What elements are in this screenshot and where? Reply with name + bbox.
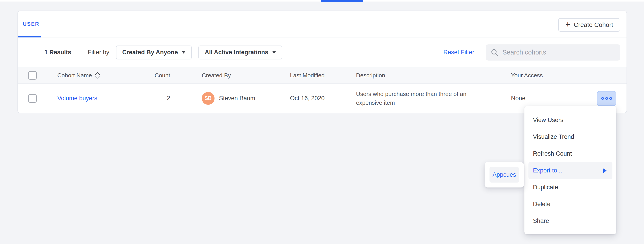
submenu-item-appcues[interactable]: Appcues	[490, 167, 519, 182]
created-by-dropdown[interactable]: Created By Anyone	[116, 46, 192, 59]
search-input[interactable]	[502, 49, 615, 56]
column-cohort-name-sortable[interactable]: Cohort Name	[57, 72, 100, 79]
toolbar-right: Reset Filter	[443, 38, 620, 67]
search-icon	[491, 49, 498, 56]
plus-icon: +	[566, 21, 570, 29]
chevron-down-icon	[182, 51, 186, 54]
menu-item-duplicate[interactable]: Duplicate	[524, 179, 616, 196]
column-created-by: Created By	[170, 72, 290, 79]
create-cohort-button[interactable]: + Create Cohort	[558, 18, 620, 32]
export-submenu: Appcues	[484, 162, 524, 187]
avatar: SB	[202, 92, 214, 105]
ellipsis-icon	[601, 97, 604, 100]
column-your-access: Your Access	[511, 72, 584, 79]
select-all-checkbox[interactable]	[28, 71, 37, 80]
ellipsis-icon	[605, 97, 608, 100]
results-count: 1 Results	[44, 49, 71, 56]
filter-toolbar: 1 Results Filter by Created By Anyone Al…	[18, 38, 626, 67]
menu-item-refresh-count[interactable]: Refresh Count	[524, 145, 616, 162]
menu-item-view-users[interactable]: View Users	[524, 112, 616, 128]
column-count: Count	[152, 72, 170, 79]
submenu-arrow-icon	[603, 168, 606, 173]
cohorts-card: USER + Create Cohort 1 Results Filter by…	[18, 11, 627, 113]
menu-item-export-to[interactable]: Export to...	[528, 162, 612, 179]
menu-item-share[interactable]: Share	[524, 213, 616, 229]
tab-active-underline	[18, 36, 41, 38]
ellipsis-icon	[609, 97, 612, 100]
integrations-dropdown[interactable]: All Active Integrations	[198, 46, 282, 59]
cohort-count: 2	[152, 95, 170, 102]
row-checkbox[interactable]	[28, 94, 37, 103]
sort-icon	[95, 72, 100, 79]
your-access-value: None	[511, 95, 584, 102]
column-last-modified: Last Modified	[290, 72, 356, 79]
top-nav-bar	[0, 0, 644, 2]
active-nav-tab-indicator	[321, 0, 363, 2]
created-by-dropdown-label: Created By Anyone	[122, 49, 178, 56]
chevron-down-icon	[272, 51, 276, 54]
column-cohort-name: Cohort Name	[57, 72, 92, 79]
menu-item-visualize-trend[interactable]: Visualize Trend	[524, 128, 616, 145]
menu-item-export-to-label: Export to...	[533, 167, 562, 174]
row-actions-context-menu: View Users Visualize Trend Refresh Count…	[524, 106, 616, 234]
cohort-name-link[interactable]: Volume buyers	[57, 95, 98, 102]
search-box[interactable]	[486, 44, 620, 61]
cohort-description: Users who purchase more than three of an…	[356, 90, 488, 107]
menu-item-delete[interactable]: Delete	[524, 196, 616, 213]
table-header: Cohort Name Count Created By Last Modifi…	[18, 67, 626, 83]
reset-filter-link[interactable]: Reset Filter	[443, 49, 474, 56]
tab-user-label: USER	[23, 21, 40, 27]
toolbar-divider	[80, 47, 81, 59]
tab-row: USER + Create Cohort	[18, 11, 626, 38]
integrations-dropdown-label: All Active Integrations	[205, 49, 268, 56]
tab-user[interactable]: USER	[18, 11, 40, 37]
filter-by-label: Filter by	[88, 49, 109, 56]
column-description: Description	[356, 72, 511, 79]
create-cohort-label: Create Cohort	[574, 21, 613, 29]
created-by-name: Steven Baum	[219, 95, 255, 102]
row-more-actions-button[interactable]	[597, 91, 616, 106]
last-modified-date: Oct 16, 2020	[290, 95, 356, 102]
